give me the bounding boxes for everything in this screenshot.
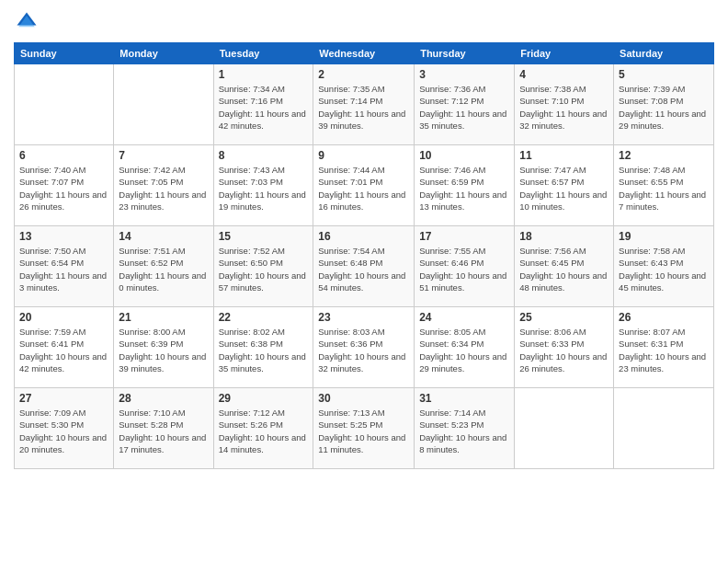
calendar-cell: 7Sunrise: 7:42 AM Sunset: 7:05 PM Daylig… [114,145,213,226]
weekday-header-row: SundayMondayTuesdayWednesdayThursdayFrid… [15,43,714,64]
week-row-2: 13Sunrise: 7:50 AM Sunset: 6:54 PM Dayli… [15,226,714,307]
day-info: Sunrise: 7:12 AM Sunset: 5:26 PM Dayligh… [219,407,309,455]
calendar-cell: 29Sunrise: 7:12 AM Sunset: 5:26 PM Dayli… [213,388,313,469]
page: SundayMondayTuesdayWednesdayThursdayFrid… [0,0,728,563]
day-number: 5 [619,68,709,81]
calendar-cell: 13Sunrise: 7:50 AM Sunset: 6:54 PM Dayli… [15,226,114,307]
day-info: Sunrise: 7:36 AM Sunset: 7:12 PM Dayligh… [419,83,509,132]
calendar-cell: 6Sunrise: 7:40 AM Sunset: 7:07 PM Daylig… [15,145,114,226]
calendar-cell: 25Sunrise: 8:06 AM Sunset: 6:33 PM Dayli… [515,307,614,388]
day-number: 15 [219,230,309,243]
calendar-cell [15,64,114,145]
day-info: Sunrise: 7:40 AM Sunset: 7:07 PM Dayligh… [19,164,108,213]
calendar-cell: 23Sunrise: 8:03 AM Sunset: 6:36 PM Dayli… [313,307,415,388]
day-number: 21 [119,311,208,324]
calendar-cell: 2Sunrise: 7:35 AM Sunset: 7:14 PM Daylig… [313,64,415,145]
calendar-cell: 28Sunrise: 7:10 AM Sunset: 5:28 PM Dayli… [114,388,213,469]
day-number: 25 [519,311,609,324]
logo [14,9,43,35]
calendar-cell: 24Sunrise: 8:05 AM Sunset: 6:34 PM Dayli… [415,307,515,388]
calendar-cell: 22Sunrise: 8:02 AM Sunset: 6:38 PM Dayli… [213,307,313,388]
calendar-cell [614,388,714,469]
day-info: Sunrise: 7:48 AM Sunset: 6:55 PM Dayligh… [619,164,709,213]
day-number: 3 [419,68,509,81]
day-number: 13 [19,230,108,243]
calendar-cell: 21Sunrise: 8:00 AM Sunset: 6:39 PM Dayli… [114,307,213,388]
weekday-thursday: Thursday [415,43,515,64]
day-info: Sunrise: 7:58 AM Sunset: 6:43 PM Dayligh… [619,245,709,293]
calendar-cell: 30Sunrise: 7:13 AM Sunset: 5:25 PM Dayli… [313,388,415,469]
day-info: Sunrise: 7:44 AM Sunset: 7:01 PM Dayligh… [318,164,409,213]
day-info: Sunrise: 7:54 AM Sunset: 6:48 PM Dayligh… [318,245,409,293]
weekday-wednesday: Wednesday [313,43,415,64]
day-number: 18 [519,230,609,243]
day-info: Sunrise: 7:55 AM Sunset: 6:46 PM Dayligh… [419,245,509,293]
day-number: 19 [619,230,709,243]
calendar-cell: 20Sunrise: 7:59 AM Sunset: 6:41 PM Dayli… [15,307,114,388]
day-info: Sunrise: 7:10 AM Sunset: 5:28 PM Dayligh… [119,407,208,455]
weekday-friday: Friday [515,43,614,64]
day-info: Sunrise: 8:07 AM Sunset: 6:31 PM Dayligh… [619,326,709,374]
day-number: 2 [318,68,409,81]
day-info: Sunrise: 7:47 AM Sunset: 6:57 PM Dayligh… [519,164,609,213]
day-number: 14 [119,230,208,243]
day-number: 6 [19,149,108,162]
calendar-table: SundayMondayTuesdayWednesdayThursdayFrid… [14,42,714,469]
day-info: Sunrise: 7:14 AM Sunset: 5:23 PM Dayligh… [419,407,509,455]
day-info: Sunrise: 7:34 AM Sunset: 7:16 PM Dayligh… [219,83,309,132]
day-info: Sunrise: 8:02 AM Sunset: 6:38 PM Dayligh… [219,326,309,374]
day-number: 10 [419,149,509,162]
day-info: Sunrise: 7:09 AM Sunset: 5:30 PM Dayligh… [19,407,108,455]
day-number: 17 [419,230,509,243]
logo-icon [14,9,40,35]
day-number: 23 [318,311,409,324]
weekday-saturday: Saturday [614,43,714,64]
day-number: 1 [219,68,309,81]
day-info: Sunrise: 7:59 AM Sunset: 6:41 PM Dayligh… [19,326,108,374]
day-number: 16 [318,230,409,243]
day-number: 7 [119,149,208,162]
calendar-cell: 16Sunrise: 7:54 AM Sunset: 6:48 PM Dayli… [313,226,415,307]
week-row-0: 1Sunrise: 7:34 AM Sunset: 7:16 PM Daylig… [15,64,714,145]
week-row-3: 20Sunrise: 7:59 AM Sunset: 6:41 PM Dayli… [15,307,714,388]
day-info: Sunrise: 7:38 AM Sunset: 7:10 PM Dayligh… [519,83,609,132]
day-info: Sunrise: 8:03 AM Sunset: 6:36 PM Dayligh… [318,326,409,374]
calendar-cell: 9Sunrise: 7:44 AM Sunset: 7:01 PM Daylig… [313,145,415,226]
header [14,9,714,35]
day-info: Sunrise: 7:46 AM Sunset: 6:59 PM Dayligh… [419,164,509,213]
calendar-cell: 3Sunrise: 7:36 AM Sunset: 7:12 PM Daylig… [415,64,515,145]
weekday-tuesday: Tuesday [213,43,313,64]
day-number: 11 [519,149,609,162]
calendar-cell: 1Sunrise: 7:34 AM Sunset: 7:16 PM Daylig… [213,64,313,145]
day-info: Sunrise: 7:39 AM Sunset: 7:08 PM Dayligh… [619,83,709,132]
day-number: 29 [219,392,309,405]
calendar-cell: 27Sunrise: 7:09 AM Sunset: 5:30 PM Dayli… [15,388,114,469]
day-number: 20 [19,311,108,324]
calendar-cell: 8Sunrise: 7:43 AM Sunset: 7:03 PM Daylig… [213,145,313,226]
day-info: Sunrise: 8:06 AM Sunset: 6:33 PM Dayligh… [519,326,609,374]
day-number: 9 [318,149,409,162]
weekday-sunday: Sunday [15,43,114,64]
day-number: 26 [619,311,709,324]
day-number: 27 [19,392,108,405]
day-number: 24 [419,311,509,324]
day-info: Sunrise: 7:43 AM Sunset: 7:03 PM Dayligh… [219,164,309,213]
calendar-cell: 4Sunrise: 7:38 AM Sunset: 7:10 PM Daylig… [515,64,614,145]
day-info: Sunrise: 7:13 AM Sunset: 5:25 PM Dayligh… [318,407,409,455]
calendar-cell: 18Sunrise: 7:56 AM Sunset: 6:45 PM Dayli… [515,226,614,307]
day-info: Sunrise: 7:42 AM Sunset: 7:05 PM Dayligh… [119,164,208,213]
calendar-cell: 11Sunrise: 7:47 AM Sunset: 6:57 PM Dayli… [515,145,614,226]
week-row-1: 6Sunrise: 7:40 AM Sunset: 7:07 PM Daylig… [15,145,714,226]
calendar-cell: 31Sunrise: 7:14 AM Sunset: 5:23 PM Dayli… [415,388,515,469]
day-number: 31 [419,392,509,405]
calendar-cell: 17Sunrise: 7:55 AM Sunset: 6:46 PM Dayli… [415,226,515,307]
day-info: Sunrise: 8:00 AM Sunset: 6:39 PM Dayligh… [119,326,208,374]
week-row-4: 27Sunrise: 7:09 AM Sunset: 5:30 PM Dayli… [15,388,714,469]
calendar-cell: 19Sunrise: 7:58 AM Sunset: 6:43 PM Dayli… [614,226,714,307]
calendar-cell: 15Sunrise: 7:52 AM Sunset: 6:50 PM Dayli… [213,226,313,307]
calendar-cell: 5Sunrise: 7:39 AM Sunset: 7:08 PM Daylig… [614,64,714,145]
calendar-cell: 12Sunrise: 7:48 AM Sunset: 6:55 PM Dayli… [614,145,714,226]
day-info: Sunrise: 7:35 AM Sunset: 7:14 PM Dayligh… [318,83,409,132]
day-info: Sunrise: 7:52 AM Sunset: 6:50 PM Dayligh… [219,245,309,293]
day-info: Sunrise: 7:51 AM Sunset: 6:52 PM Dayligh… [119,245,208,293]
